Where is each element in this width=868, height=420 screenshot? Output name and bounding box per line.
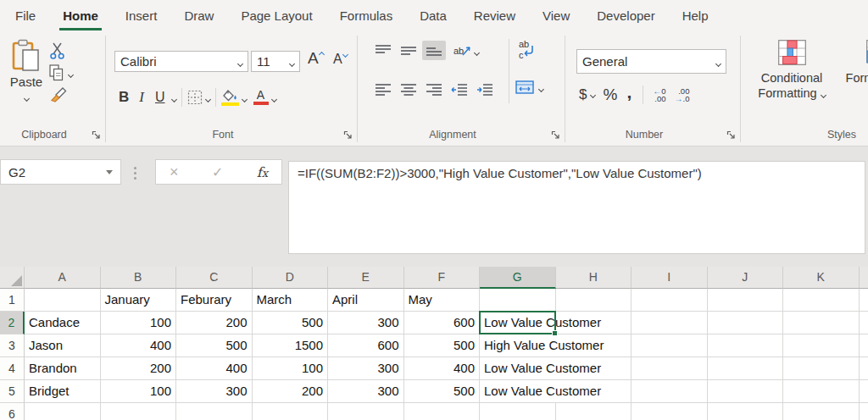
cell-A5[interactable]: Bridget: [25, 380, 101, 403]
paste-button[interactable]: Paste: [7, 39, 46, 104]
cell-A1[interactable]: [25, 289, 101, 312]
decrease-decimal-button[interactable]: .00→.0: [670, 87, 694, 102]
column-header-D[interactable]: D: [253, 267, 329, 289]
tab-file[interactable]: File: [2, 0, 49, 30]
cell-H6[interactable]: [556, 403, 632, 420]
font-dialog-launcher-icon[interactable]: [343, 130, 353, 140]
cell-K3[interactable]: [783, 334, 860, 357]
borders-button[interactable]: [187, 90, 210, 105]
cell-D1[interactable]: March: [253, 289, 329, 312]
cell-I4[interactable]: [632, 357, 708, 380]
format-as-table-button[interactable]: Form Tabl: [839, 37, 868, 86]
tab-developer[interactable]: Developer: [583, 0, 668, 30]
cell-I3[interactable]: [632, 334, 708, 357]
cell-E3[interactable]: 600: [328, 334, 404, 357]
cell-K1[interactable]: [783, 289, 860, 312]
cell-F2[interactable]: 600: [404, 312, 481, 334]
cell-G6[interactable]: [480, 403, 556, 420]
cell-F1[interactable]: May: [404, 289, 481, 312]
tab-home[interactable]: Home: [49, 0, 112, 30]
tab-insert[interactable]: Insert: [112, 0, 171, 30]
cell-E4[interactable]: 300: [328, 357, 404, 380]
cell-J3[interactable]: [708, 334, 784, 357]
copy-dropdown[interactable]: [69, 65, 73, 80]
cell-J5[interactable]: [708, 380, 784, 403]
cell-C4[interactable]: 400: [176, 357, 253, 380]
merge-center-button[interactable]: [515, 80, 543, 95]
cell-F6[interactable]: [404, 403, 481, 420]
fill-color-button[interactable]: [221, 90, 247, 106]
cell-B2[interactable]: 100: [101, 312, 177, 334]
formula-bar-drag-dots[interactable]: [134, 164, 136, 182]
formula-input[interactable]: =IF((SUM(B2:F2))>3000,"High Value Custom…: [288, 161, 865, 254]
cell-J2[interactable]: [708, 312, 784, 334]
cell-J1[interactable]: [708, 289, 784, 312]
cell-E1[interactable]: April: [328, 289, 404, 312]
cell-A2[interactable]: Candace: [25, 312, 101, 334]
cell-K6[interactable]: [783, 403, 860, 420]
tab-review[interactable]: Review: [460, 0, 529, 30]
align-left-button[interactable]: [371, 80, 395, 99]
cell-B3[interactable]: 400: [101, 334, 177, 357]
middle-align-button[interactable]: [397, 41, 420, 60]
column-header-A[interactable]: A: [25, 267, 101, 289]
column-header-E[interactable]: E: [328, 267, 404, 289]
column-header-K[interactable]: K: [783, 267, 860, 289]
tab-help[interactable]: Help: [669, 0, 722, 30]
tab-draw[interactable]: Draw: [170, 0, 227, 30]
cell-I5[interactable]: [632, 380, 708, 403]
column-header-B[interactable]: B: [101, 267, 177, 289]
row-header-1[interactable]: 1: [0, 289, 25, 312]
number-format-combo[interactable]: General: [576, 49, 726, 74]
cell-K4[interactable]: [783, 357, 860, 380]
cell-F5[interactable]: 500: [404, 380, 481, 403]
tab-data[interactable]: Data: [406, 0, 460, 30]
cell-C1[interactable]: Feburary: [176, 289, 253, 312]
cell-B5[interactable]: 100: [101, 380, 177, 403]
row-header-2[interactable]: 2: [0, 312, 25, 334]
cell-J4[interactable]: [708, 357, 784, 380]
cell-A6[interactable]: [25, 403, 101, 420]
fill-handle[interactable]: [552, 330, 558, 336]
cell-I6[interactable]: [632, 403, 708, 420]
cell-E2[interactable]: 300: [328, 312, 404, 334]
cell-K5[interactable]: [783, 380, 860, 403]
alignment-dialog-launcher-icon[interactable]: [551, 130, 560, 140]
top-align-button[interactable]: [371, 41, 395, 60]
format-painter-button[interactable]: [49, 83, 86, 104]
bold-button[interactable]: B: [114, 89, 133, 106]
increase-font-size-button[interactable]: A: [308, 49, 323, 68]
copy-button[interactable]: [49, 62, 86, 83]
conditional-formatting-button[interactable]: Conditional Formatting: [751, 37, 832, 101]
font-size-combo[interactable]: 11: [251, 51, 300, 72]
cell-G5[interactable]: Low Value Customer: [480, 380, 556, 403]
cell-H1[interactable]: [556, 289, 632, 312]
percent-style-button[interactable]: %: [595, 86, 625, 104]
column-header-J[interactable]: J: [708, 267, 784, 289]
cell-I1[interactable]: [632, 289, 708, 312]
row-header-4[interactable]: 4: [0, 357, 25, 380]
decrease-font-size-button[interactable]: A: [333, 52, 347, 67]
underline-button[interactable]: U: [150, 90, 176, 105]
paste-dropdown[interactable]: [25, 89, 29, 103]
decrease-indent-button[interactable]: [448, 80, 471, 99]
font-color-button[interactable]: A: [253, 90, 276, 105]
column-header-H[interactable]: H: [556, 267, 632, 289]
bottom-align-button[interactable]: [422, 41, 446, 60]
column-header-F[interactable]: F: [404, 267, 481, 289]
cell-C6[interactable]: [176, 403, 253, 420]
enter-check-icon[interactable]: ✓: [212, 164, 223, 180]
cell-G4[interactable]: Low Value Customer: [480, 357, 556, 380]
cell-D3[interactable]: 1500: [253, 334, 329, 357]
cell-B1[interactable]: January: [101, 289, 177, 312]
cell-I2[interactable]: [632, 312, 708, 334]
cell-E5[interactable]: 300: [328, 380, 404, 403]
tab-formulas[interactable]: Formulas: [326, 0, 407, 30]
row-header-6[interactable]: 6: [0, 403, 25, 420]
insert-function-icon[interactable]: fx: [257, 164, 268, 180]
cell-D5[interactable]: 200: [253, 380, 329, 403]
increase-indent-button[interactable]: [473, 80, 497, 99]
tab-view[interactable]: View: [529, 0, 583, 30]
cell-C2[interactable]: 200: [176, 312, 253, 334]
name-box[interactable]: G2: [0, 159, 121, 185]
